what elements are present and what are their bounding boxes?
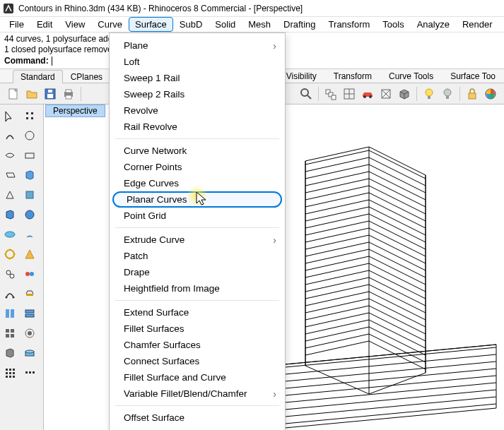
menu-analyze[interactable]: Analyze [411, 17, 456, 32]
toolbox-tool[interactable] [1, 325, 20, 343]
menu-item-offset-surface[interactable]: Offset Surface [110, 410, 285, 426]
toolbox-tool[interactable] [1, 107, 20, 126]
menu-item-heightfield-from-image[interactable]: Heightfield from Image [110, 280, 285, 297]
menu-item-corner-points[interactable]: Corner Points [110, 159, 285, 175]
menu-edit[interactable]: Edit [30, 17, 59, 32]
menu-item-variable-offset-surface[interactable]: Variable Offset Surface [110, 426, 285, 430]
svg-rect-45 [11, 309, 14, 318]
svg-rect-29 [26, 117, 28, 119]
menu-curve[interactable]: Curve [91, 17, 129, 32]
lightbulb-icon[interactable] [421, 86, 437, 102]
svg-line-117 [369, 320, 426, 348]
menu-item-fillet-surfaces[interactable]: Fillet Surfaces [110, 321, 285, 337]
print-icon[interactable] [61, 86, 76, 102]
menu-item-rail-revolve[interactable]: Rail Revolve [110, 119, 285, 135]
menu-item-connect-surfaces[interactable]: Connect Surfaces [110, 353, 285, 369]
toolbox-tool[interactable] [21, 167, 40, 185]
menu-item-fillet-surface-and-curve[interactable]: Fillet Surface and Curve [110, 369, 285, 386]
toolbox-tool[interactable] [1, 345, 20, 363]
ribbon-tab-standard[interactable]: Standard [13, 70, 63, 83]
menu-item-drape[interactable]: Drape [110, 264, 285, 280]
grid-icon[interactable] [341, 86, 357, 102]
toolbox-tool[interactable] [1, 206, 20, 225]
toolbox-tool[interactable] [21, 107, 40, 126]
menu-item-sweep-2-rails[interactable]: Sweep 2 Rails [110, 86, 285, 102]
menu-window[interactable]: Window [499, 17, 504, 32]
menu-file[interactable]: File [3, 17, 30, 32]
car-icon[interactable] [360, 86, 375, 102]
ribbon-tab-cplanes[interactable]: CPlanes [63, 70, 110, 83]
toolbox-tool[interactable] [1, 186, 20, 205]
wireframe-icon[interactable] [378, 86, 394, 102]
toolbox-tool[interactable] [21, 285, 40, 304]
open-icon[interactable] [24, 86, 40, 102]
toolbox-tool[interactable] [1, 246, 20, 264]
color-wheel-icon[interactable] [483, 86, 498, 102]
toolbox-tool[interactable] [21, 186, 40, 205]
box-icon[interactable] [397, 86, 412, 102]
svg-point-23 [444, 89, 451, 96]
svg-point-35 [5, 232, 15, 237]
lock-icon[interactable] [464, 86, 480, 102]
hide-icon[interactable] [440, 86, 455, 102]
menu-item-extrude-curve[interactable]: Extrude Curve [110, 232, 285, 248]
svg-rect-7 [66, 95, 71, 99]
menu-surface[interactable]: Surface [129, 17, 173, 32]
menu-item-patch[interactable]: Patch [110, 248, 285, 264]
toolbox-tool[interactable] [1, 226, 20, 244]
menu-item-chamfer-surfaces[interactable]: Chamfer Surfaces [110, 337, 285, 353]
toolbox-tool[interactable] [1, 127, 20, 145]
toolbox-tool[interactable] [21, 127, 40, 145]
toolbox-tool[interactable] [1, 285, 20, 304]
ribbon-tab[interactable]: Surface Too [442, 70, 504, 83]
ribbon-tab[interactable]: Transform [325, 70, 380, 83]
menu-mesh[interactable]: Mesh [242, 17, 277, 32]
menu-item-point-grid[interactable]: Point Grid [110, 208, 285, 224]
toolbox-tool[interactable] [21, 265, 40, 284]
svg-line-69 [369, 150, 426, 179]
toolbox-tool[interactable] [1, 305, 20, 323]
svg-line-116 [305, 320, 369, 334]
toolbox-tool[interactable] [1, 364, 20, 383]
toolbox-tool[interactable] [1, 265, 20, 284]
svg-line-86 [305, 214, 369, 228]
toolbox-tool[interactable] [21, 206, 40, 225]
menu-item-plane[interactable]: Plane [110, 37, 285, 54]
menu-transform[interactable]: Transform [322, 17, 377, 32]
toolbox-tool[interactable] [21, 147, 40, 165]
toolbox-tool[interactable] [21, 345, 40, 363]
menu-item-loft[interactable]: Loft [110, 54, 285, 70]
menu-tools[interactable]: Tools [376, 17, 410, 32]
svg-line-98 [305, 256, 369, 270]
menu-subd[interactable]: SubD [173, 17, 209, 32]
toolbox-tool[interactable] [21, 246, 40, 264]
menu-item-curve-network[interactable]: Curve Network [110, 143, 285, 159]
menu-item-revolve[interactable]: Revolve [110, 102, 285, 119]
menu-item-extend-surface[interactable]: Extend Surface [110, 304, 285, 321]
save-icon[interactable] [42, 86, 58, 102]
toolbox-tool[interactable] [1, 167, 20, 185]
new-icon[interactable] [6, 86, 21, 102]
svg-line-121 [369, 334, 426, 362]
svg-line-87 [369, 214, 426, 242]
toolbox-tool[interactable] [1, 147, 20, 165]
svg-rect-60 [9, 372, 11, 374]
menu-item-edge-curves[interactable]: Edge Curves [110, 175, 285, 191]
layers-icon[interactable] [323, 86, 339, 102]
menu-view[interactable]: View [59, 17, 91, 32]
search-icon[interactable] [298, 86, 314, 102]
toolbox-tool[interactable] [21, 226, 40, 244]
svg-rect-46 [25, 310, 34, 313]
menu-item-planar-curves[interactable]: Planar Curves [112, 191, 282, 208]
svg-line-81 [369, 193, 426, 221]
toolbox-tool[interactable] [21, 364, 40, 383]
ribbon-tab[interactable]: Curve Tools [380, 70, 442, 83]
toolbox-tool[interactable] [21, 305, 40, 323]
menu-item-variable-fillet-blend-chamfer[interactable]: Variable Fillet/Blend/Chamfer [110, 386, 285, 402]
svg-point-34 [25, 210, 34, 219]
menu-render[interactable]: Render [456, 17, 499, 32]
menu-solid[interactable]: Solid [209, 17, 242, 32]
menu-drafting[interactable]: Drafting [277, 17, 322, 32]
menu-item-sweep-1-rail[interactable]: Sweep 1 Rail [110, 70, 285, 86]
toolbox-tool[interactable] [21, 325, 40, 343]
